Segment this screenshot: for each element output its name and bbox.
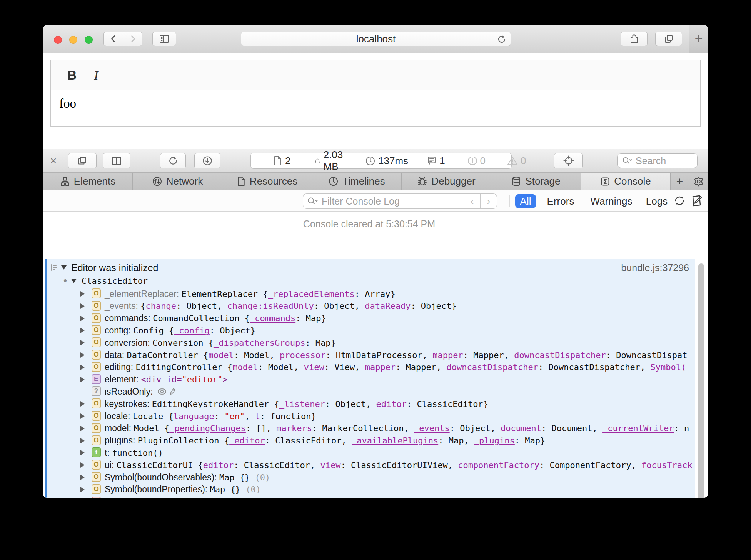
- scope-logs-button[interactable]: Logs: [643, 194, 670, 208]
- object-root-row[interactable]: • ClassicEditor: [47, 276, 695, 288]
- object-property-row[interactable]: Olocale: Locale {language: "en", t: func…: [47, 410, 695, 422]
- token: EditingKeystrokeHandler {: [152, 399, 279, 409]
- object-property-row[interactable]: Oediting: EditingController {model: Mode…: [47, 361, 695, 373]
- object-property-row[interactable]: Ocommands: CommandCollection {_commands:…: [47, 312, 695, 325]
- minimize-window-button[interactable]: [69, 36, 77, 44]
- expand-arrow[interactable]: [80, 450, 85, 455]
- object-property-row[interactable]: OSymbol(boundProperties): Map {} (0): [47, 483, 695, 496]
- object-property-row[interactable]: Odata: DataController {model: Model, pro…: [47, 349, 695, 361]
- expand-arrow[interactable]: [80, 401, 85, 407]
- expand-arrow[interactable]: [80, 438, 85, 443]
- expand-arrow[interactable]: [80, 352, 85, 358]
- close-window-button[interactable]: [54, 36, 62, 44]
- tab-timelines[interactable]: Timelines: [312, 173, 402, 190]
- object-property-row[interactable]: Omodel: Model {_pendingChanges: [], mark…: [47, 422, 695, 435]
- tab-console[interactable]: Console: [581, 173, 671, 190]
- tab-elements[interactable]: Elements: [43, 173, 133, 190]
- inspector-search-input[interactable]: Search: [617, 153, 698, 168]
- stat-documents[interactable]: 2: [273, 155, 290, 167]
- object-property-row[interactable]: Oui: ClassicEditorUI {editor: ClassicEdi…: [47, 459, 695, 471]
- expand-arrow[interactable]: [80, 426, 85, 431]
- stat-size[interactable]: 2.03 MB: [314, 149, 347, 173]
- object-property-row[interactable]: ft: function(): [47, 447, 695, 459]
- tab-resources[interactable]: Resources: [222, 173, 312, 190]
- share-button[interactable]: [621, 32, 648, 46]
- forward-button[interactable]: [123, 32, 142, 46]
- next-result-button[interactable]: ›: [480, 194, 497, 208]
- console-log-entry[interactable]: Editor was initialized bundle.js:37296 •…: [45, 259, 695, 498]
- stat-errors[interactable]: 0: [467, 155, 486, 167]
- expand-arrow[interactable]: [80, 377, 85, 382]
- stat-time[interactable]: 137ms: [365, 155, 408, 167]
- element-picker-button[interactable]: [554, 153, 583, 168]
- detach-inspector-button[interactable]: [68, 153, 97, 168]
- token: ClassicEditorUI {: [117, 460, 203, 470]
- clear-console-icon[interactable]: [691, 194, 703, 207]
- object-property-row[interactable]: Oconfig: Config {_config: Object}: [47, 324, 695, 337]
- object-property-row[interactable]: Oplugins: PluginCollection {_editor: Cla…: [47, 435, 695, 447]
- new-tab-button[interactable]: +: [689, 25, 708, 53]
- scope-warnings-button[interactable]: Warnings: [586, 194, 636, 208]
- stat-messages[interactable]: 1: [427, 155, 445, 167]
- object-property-row[interactable]: Okeystrokes: EditingKeystrokeHandler {_l…: [47, 398, 695, 410]
- sidebar-toggle-button[interactable]: [152, 32, 176, 46]
- italic-button[interactable]: I: [88, 68, 104, 83]
- previous-result-button[interactable]: ‹: [464, 194, 480, 208]
- address-bar[interactable]: localhost: [241, 32, 511, 46]
- eye-icon[interactable]: [157, 388, 167, 395]
- expand-arrow[interactable]: [80, 413, 85, 419]
- close-inspector-button[interactable]: ×: [50, 154, 57, 167]
- tab-network[interactable]: Network: [133, 173, 222, 190]
- expand-arrow[interactable]: [80, 487, 85, 492]
- editor-content[interactable]: foo: [51, 90, 700, 111]
- expand-arrow[interactable]: [80, 365, 85, 370]
- object-property-row[interactable]: O_elementReplacer: ElementReplacer {_rep…: [47, 288, 695, 300]
- filter-console-input[interactable]: Filter Console Log ‹ ›: [303, 193, 497, 209]
- collapse-entry-arrow[interactable]: [61, 265, 67, 270]
- expand-arrow[interactable]: [80, 475, 85, 480]
- expand-arrow[interactable]: [80, 328, 85, 333]
- expand-arrow[interactable]: [80, 340, 85, 345]
- message-bubble-icon: [427, 156, 437, 166]
- object-property-row[interactable]: Eelement: <div id="editor">: [47, 373, 695, 386]
- token: Model {: [134, 423, 169, 433]
- object-property-row[interactable]: Oconversion: Conversion {_dispatchersGro…: [47, 337, 695, 349]
- titlebar: localhost +: [43, 25, 708, 53]
- object-property-row[interactable]: OSymbol(writtenId): "10-55052-47-2760520…: [47, 496, 695, 498]
- restart-console-icon[interactable]: [673, 194, 686, 207]
- object-property-row[interactable]: ?isReadOnly:: [47, 385, 695, 398]
- pencil-icon[interactable]: [169, 387, 176, 396]
- token: : View,: [324, 362, 365, 372]
- expand-arrow[interactable]: [80, 316, 85, 321]
- log-entry-header[interactable]: Editor was initialized bundle.js:37296: [47, 262, 695, 275]
- token: element:: [105, 374, 141, 385]
- log-entry-source[interactable]: bundle.js:37296: [621, 262, 689, 273]
- settings-tab-button[interactable]: [689, 173, 708, 190]
- tab-debugger[interactable]: Debugger: [402, 173, 491, 190]
- refresh-icon[interactable]: [497, 34, 507, 44]
- token: "en": [224, 412, 245, 421]
- download-page-button[interactable]: [194, 153, 220, 168]
- expand-arrow[interactable]: [80, 303, 85, 309]
- bold-button[interactable]: B: [63, 68, 81, 83]
- reload-page-button[interactable]: [160, 153, 186, 168]
- token: editor: [203, 460, 234, 470]
- token: change:isReadOnly: [227, 301, 314, 311]
- scope-errors-button[interactable]: Errors: [543, 194, 578, 208]
- object-property-row[interactable]: O_events: {change: Object, change:isRead…: [47, 300, 695, 312]
- stat-warnings[interactable]: 0: [507, 155, 526, 167]
- back-button[interactable]: [104, 32, 123, 46]
- token: _dispatchersGroups: [214, 338, 305, 348]
- expand-arrow[interactable]: [80, 462, 85, 468]
- tab-storage[interactable]: Storage: [491, 173, 581, 190]
- collapse-object-arrow[interactable]: [71, 279, 77, 283]
- token: : Object}: [210, 326, 255, 335]
- expand-arrow[interactable]: [80, 291, 85, 297]
- dock-side-button[interactable]: [103, 153, 130, 168]
- scope-all-button[interactable]: All: [515, 194, 536, 208]
- add-tab-button[interactable]: +: [671, 173, 689, 190]
- scrollbar-thumb[interactable]: [698, 263, 704, 498]
- zoom-window-button[interactable]: [85, 36, 93, 44]
- tab-overview-button[interactable]: [655, 32, 682, 46]
- object-property-row[interactable]: OSymbol(boundObservables): Map {} (0): [47, 471, 695, 483]
